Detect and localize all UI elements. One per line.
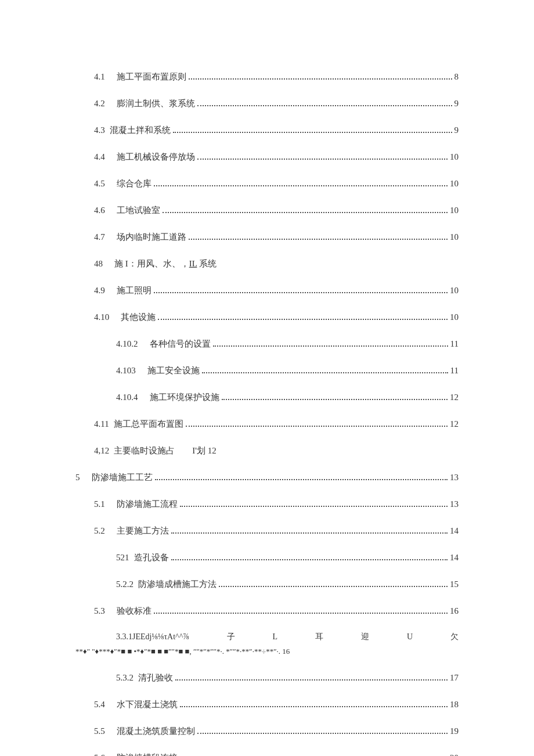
toc-number: 5.4 [94, 697, 105, 711]
toc-page-number: 13 [450, 497, 459, 511]
toc-title: 混凝土拌和系统 [110, 123, 171, 137]
toc-title: 防渗墙施工流程 [117, 497, 178, 511]
toc-leader-dots [219, 586, 448, 587]
toc-page-number: 10 [450, 310, 459, 324]
toc-page-number: 9 [454, 96, 459, 110]
toc-number: 4.5 [94, 177, 105, 190]
toc-entry: 5.5混凝土浇筑质量控制19 [75, 724, 459, 738]
toc-entry: 4.5综合仓库10 [75, 177, 459, 190]
toc-title: 造孔设备 [134, 550, 169, 564]
toc-page-number: 10 [450, 203, 459, 217]
toc-entry: 5.3验收标准16 [75, 604, 459, 618]
garbled-part: 耳 [315, 631, 323, 643]
toc-title: 工地试验室 [117, 203, 160, 217]
toc-leader-dots [154, 292, 448, 293]
toc-title: 施工平面布置原则 [117, 70, 186, 84]
toc-entry: 4.10.4施工环境保护设施12 [75, 390, 459, 404]
toc-leader-dots [197, 159, 448, 160]
toc-number: 5.3 [94, 604, 105, 618]
toc-page-number: 10 [450, 177, 459, 190]
toc-title: 主要施工方法 [117, 524, 169, 538]
toc-title: 施工总平面布置图 [114, 417, 183, 431]
toc-number: 48 [94, 257, 103, 271]
toc-title: 主要临时设施占 I'划 12 [114, 444, 216, 458]
toc-leader-dots [175, 679, 448, 681]
toc-page-number: 10 [450, 150, 459, 164]
toc-entry: 5.3.2清孔验收17 [75, 671, 459, 685]
toc-leader-dots [186, 426, 448, 427]
toc-number: 4.103 [116, 363, 136, 377]
toc-page-number: 14 [450, 550, 459, 564]
toc-leader-dots [180, 706, 448, 707]
garbled-entry-5-3-1: 3.3.1JEEdj⅛⅛τAt^^⅞ 子 L 耳 迎 U 欠 **♦″ "♦**… [75, 631, 459, 658]
toc-number: 4.2 [94, 96, 105, 110]
toc-page-number: 10 [450, 230, 459, 244]
garbled-subline: **♦″ "♦***♦″*■ ■ •*♦″*■ ■ ■″″*■ ■, ″″*″*… [75, 646, 459, 658]
toc-leader-dots [197, 733, 448, 734]
toc-page-number: 13 [450, 470, 459, 484]
toc-entry: 4.10其他设施10 [75, 310, 459, 324]
toc-title: 综合仓库 [117, 177, 151, 190]
toc-page-number: 9 [454, 123, 459, 137]
toc-leader-dots [202, 372, 448, 373]
toc-entry: 4.10.2各种信号的设置11 [75, 337, 459, 351]
toc-leader-dots [171, 559, 448, 560]
garbled-part: 迎 [361, 631, 369, 643]
toc-page-number: 17 [450, 671, 459, 685]
toc-number: 4.11 [94, 417, 109, 431]
toc-entry: 5.2.2防渗墙成槽施工方法15 [75, 577, 459, 591]
toc-page-number: 8 [454, 70, 459, 84]
toc-entry: 4.103施工安全设施11 [75, 363, 459, 377]
toc-title: 其他设施 [121, 310, 156, 324]
toc-leader-dots [180, 506, 448, 507]
toc-leader-dots [171, 532, 448, 534]
toc-number: 4,12 [94, 444, 109, 458]
toc-number: 5.2.2 [116, 577, 134, 591]
garbled-part: U [407, 631, 413, 643]
toc-title: 水下混凝土浇筑 [117, 697, 178, 711]
toc-page-number: 11 [450, 363, 459, 377]
toc-entry: 4.9施工照明10 [75, 283, 459, 297]
toc-number: 521 [116, 550, 129, 564]
toc-title: 清孔验收 [138, 671, 173, 685]
toc-number: 4.6 [94, 203, 105, 217]
garbled-part: L [273, 631, 278, 643]
toc-title: 场内临时施工道路 [117, 230, 186, 244]
toc-title: 施工安全设施 [147, 363, 200, 377]
toc-page-number: 16 [450, 604, 459, 618]
toc-number: 4.10.2 [116, 337, 138, 351]
toc-entry: 4.6工地试验室10 [75, 203, 459, 217]
toc-page-number: 20 [450, 751, 459, 756]
toc-leader-dots [154, 185, 448, 186]
toc-page-number: 12 [450, 390, 459, 404]
toc-title: 施 I：用风、水、，IL 系统 [114, 257, 217, 271]
toc-leader-dots [197, 105, 452, 106]
toc-page-number: 14 [450, 524, 459, 538]
toc-number: 4.1 [94, 70, 105, 84]
toc-title: 验收标准 [117, 604, 151, 618]
toc-number: 5.6 [94, 751, 105, 756]
toc-entry: 5.6防渗墙槽段连接20 [75, 751, 459, 756]
garbled-num: 3.3.1JEEdj⅛⅛τAt^^⅞ [116, 631, 189, 643]
garbled-part: 欠 [450, 631, 459, 643]
garbled-part: 子 [227, 631, 235, 643]
toc-title: 施工机械设备停放场 [117, 150, 195, 164]
toc-entry: 4.1施工平面布置原则8 [75, 70, 459, 84]
toc-title: 各种信号的设置 [150, 337, 211, 351]
toc-page-number: 10 [450, 283, 459, 297]
toc-title: 防渗墙成槽施工方法 [138, 577, 217, 591]
toc-number: 5.3.2 [116, 671, 134, 685]
toc-page-number: 19 [450, 724, 459, 738]
toc-title: 膨润土制供、浆系统 [117, 96, 195, 110]
table-of-contents-cont: 5.3.2清孔验收175.4水下混凝土浇筑185.5混凝土浇筑质量控制195.6… [75, 671, 459, 756]
toc-leader-dots [173, 132, 452, 133]
toc-entry: 4,12主要临时设施占 I'划 12 [75, 444, 459, 458]
toc-title: 防渗墙施工工艺 [92, 470, 153, 484]
toc-number: 4.9 [94, 283, 105, 297]
toc-leader-dots [155, 479, 448, 480]
toc-entry: 48施 I：用风、水、，IL 系统 [75, 257, 459, 271]
toc-number: 4.7 [94, 230, 105, 244]
toc-title: 施工环境保护设施 [150, 390, 219, 404]
toc-entry: 4.4施工机械设备停放场10 [75, 150, 459, 164]
toc-title: 施工照明 [117, 283, 151, 297]
